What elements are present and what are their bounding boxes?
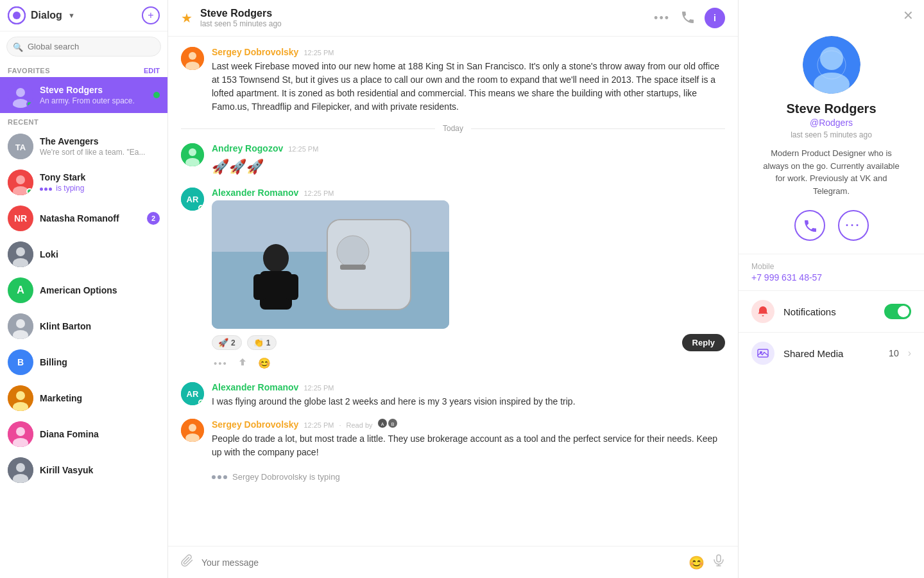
- message-group: AR Alexander Romanov 12:25 PM I was flyi…: [181, 382, 725, 408]
- avatar: [8, 170, 33, 195]
- message-text: I was flying around the globe last 2 wee…: [212, 395, 725, 408]
- star-button[interactable]: ★: [181, 10, 193, 26]
- svg-rect-35: [327, 220, 411, 310]
- search-input[interactable]: [6, 37, 161, 57]
- chat-preview: We're sort of like a team. "Ea...: [40, 148, 160, 157]
- info-button[interactable]: i: [705, 8, 725, 28]
- message-dot: ·: [339, 421, 341, 429]
- message-group: Sergey Dobrovolsky 12:25 PM Last week Fi…: [181, 47, 725, 114]
- sidebar-item-tony-stark[interactable]: Tony Stark is typing: [0, 164, 167, 200]
- reaction-clap[interactable]: 👏 1: [247, 335, 277, 350]
- attach-icon[interactable]: [181, 554, 194, 570]
- message-avatar: [181, 419, 204, 442]
- svg-text:AR: AR: [187, 389, 199, 399]
- dropdown-icon[interactable]: ▼: [68, 12, 75, 19]
- shared-media-icon: [751, 342, 774, 365]
- favorites-section-header: FAVORITES EDIT: [0, 62, 167, 77]
- avatar: NR: [8, 206, 33, 231]
- new-chat-button[interactable]: +: [142, 6, 160, 24]
- chat-info: Marketing: [40, 393, 160, 403]
- avatar: [8, 313, 33, 339]
- reply-button[interactable]: Reply: [682, 334, 725, 351]
- svg-text:AR: AR: [187, 195, 199, 204]
- shared-media-label: Shared Media: [783, 348, 880, 359]
- avatar: A: [8, 277, 33, 303]
- chat-header-name: Steve Rodgers: [200, 8, 646, 19]
- svg-point-20: [16, 427, 25, 436]
- more-action-button[interactable]: ···: [838, 210, 869, 241]
- avatar: [8, 241, 33, 267]
- chat-info: Natasha Romanoff: [40, 213, 141, 223]
- svg-text:B: B: [391, 422, 394, 426]
- search-icon: 🔍: [13, 42, 23, 51]
- svg-text:TA: TA: [15, 143, 26, 152]
- sidebar-item-billing[interactable]: B Billing: [0, 344, 167, 380]
- svg-point-29: [189, 148, 196, 156]
- app-logo: [8, 6, 26, 24]
- message-input[interactable]: [201, 557, 681, 568]
- chat-info: Tony Stark is typing: [40, 172, 160, 193]
- call-icon[interactable]: [680, 10, 694, 27]
- sidebar-item-diana-fomina[interactable]: Diana Fomina: [0, 416, 167, 452]
- profile-bio: Modern Product Designer who is always on…: [751, 147, 911, 197]
- svg-rect-41: [286, 274, 298, 300]
- avatar: B: [8, 349, 33, 375]
- sidebar-item-the-avengers[interactable]: TA The Avengers We're sort of like a tea…: [0, 128, 167, 164]
- sidebar-item-natasha-romanoff[interactable]: NR Natasha Romanoff 2: [0, 200, 167, 236]
- notifications-row[interactable]: Notifications: [739, 290, 924, 332]
- message-content: Sergey Dobrovolsky 12:25 PM Last week Fi…: [212, 47, 725, 114]
- sidebar-item-klint-barton[interactable]: Klint Barton: [0, 308, 167, 344]
- reaction-rocket[interactable]: 🚀 2: [212, 335, 242, 350]
- svg-point-1: [13, 12, 21, 19]
- chat-name: Loki: [40, 249, 160, 259]
- message-reactions-row: 🚀 2 👏 1 Reply: [212, 334, 725, 351]
- chat-name: American Options: [40, 285, 160, 295]
- svg-point-3: [16, 88, 25, 97]
- message-text: Last week Firebase moved into our new ho…: [212, 60, 725, 114]
- avatar: [8, 82, 33, 108]
- message-input-area: 😊: [168, 546, 738, 578]
- sidebar-item-american-options[interactable]: A American Options: [0, 272, 167, 308]
- chat-info: Loki: [40, 249, 160, 259]
- shared-media-row[interactable]: Shared Media 10 ›: [739, 332, 924, 374]
- message-text: 🚀🚀🚀: [212, 156, 725, 177]
- shared-media-count: 10: [889, 348, 899, 358]
- message-image: [212, 200, 449, 329]
- chat-info: Klint Barton: [40, 321, 160, 331]
- sidebar-item-steve-rodgers[interactable]: Steve Rodgers An army. From outer space.: [0, 77, 167, 113]
- unread-badge: 2: [147, 212, 160, 225]
- message-sender: Alexander Romanov: [212, 188, 298, 198]
- mic-icon[interactable]: [712, 554, 725, 570]
- avatar: [8, 385, 33, 411]
- call-action-button[interactable]: [794, 210, 825, 241]
- chevron-right-icon: ›: [908, 347, 911, 359]
- edit-button[interactable]: EDIT: [144, 67, 160, 74]
- profile-section: Steve Rodgers @Rodgers last seen 5 minut…: [739, 31, 924, 254]
- close-button[interactable]: ✕: [903, 8, 914, 23]
- notifications-toggle[interactable]: [884, 304, 911, 319]
- sidebar-item-kirill-vasyuk[interactable]: Kirill Vasyuk: [0, 452, 167, 488]
- recent-label: RECENT: [8, 118, 38, 126]
- mobile-value: +7 999 631 48-57: [751, 272, 911, 283]
- messages-area[interactable]: Sergey Dobrovolsky 12:25 PM Last week Fi…: [168, 37, 738, 546]
- sidebar-item-marketing[interactable]: Marketing: [0, 380, 167, 416]
- more-options-icon[interactable]: •••: [654, 12, 670, 25]
- svg-point-26: [189, 52, 196, 60]
- right-panel: ✕ Steve Rodgers @Rodgers last seen 5 min…: [738, 0, 924, 578]
- unread-dot: [153, 92, 160, 98]
- share-action-icon[interactable]: [234, 354, 252, 372]
- chat-info: Billing: [40, 357, 160, 367]
- emoji-icon[interactable]: 😊: [689, 555, 705, 570]
- mobile-label: Mobile: [751, 262, 911, 271]
- message-avatar: AR: [181, 382, 204, 405]
- sidebar-item-loki[interactable]: Loki: [0, 236, 167, 272]
- read-by-label: Read by: [346, 421, 373, 429]
- chat-header-info: Steve Rodgers last seen 5 minutes ago: [200, 8, 646, 28]
- more-action-icon[interactable]: •••: [212, 354, 230, 372]
- chat-preview: An army. From outer space.: [40, 96, 147, 105]
- message-time: 12:25 PM: [304, 189, 334, 197]
- avatar: TA: [8, 134, 33, 159]
- emoji-action-icon[interactable]: 😊: [255, 354, 273, 372]
- chat-name: Kirill Vasyuk: [40, 465, 160, 475]
- chat-info: The Avengers We're sort of like a team. …: [40, 136, 160, 157]
